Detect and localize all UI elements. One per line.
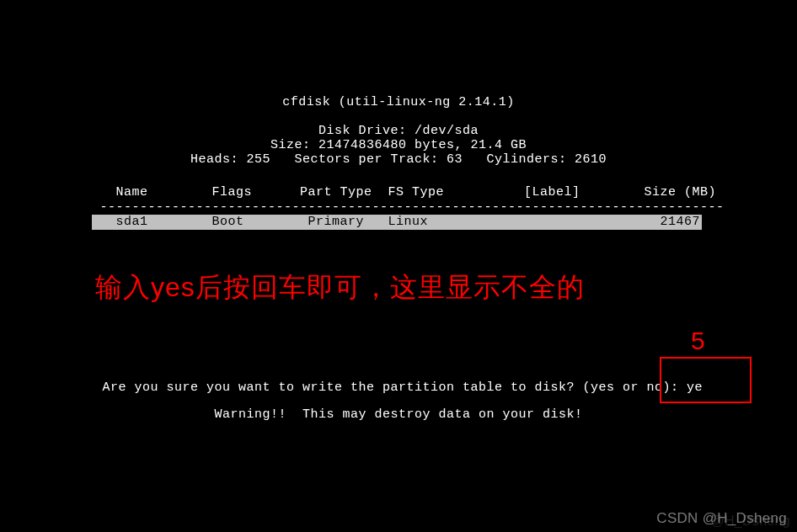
watermark-text: CSDN @H_Dsheng (656, 510, 787, 527)
program-title: cfdisk (util-linux-ng 2.14.1) (0, 95, 797, 109)
cfdisk-header: cfdisk (util-linux-ng 2.14.1) Disk Drive… (0, 95, 797, 167)
cfdisk-terminal: cfdisk (util-linux-ng 2.14.1) Disk Drive… (0, 0, 797, 532)
annotation-text: 输入yes后按回车即可，这里显示不全的 (95, 269, 585, 306)
warning-text: Warning!! This may destroy data on your … (0, 407, 797, 422)
divider-line: ----------------------------------------… (0, 200, 797, 215)
annotation-step-number: 5 (691, 327, 705, 355)
column-headers: Name Flags Part Type FS Type [Label] Siz… (0, 185, 797, 200)
geometry-line: Heads: 255 Sectors per Track: 63 Cylinde… (0, 152, 797, 167)
disk-drive-line: Disk Drive: /dev/sda (0, 124, 797, 138)
annotation-highlight-box (660, 357, 752, 403)
partition-row-selected[interactable]: sda1 Boot Primary Linux 21467.99 (92, 215, 702, 230)
disk-size-line: Size: 21474836480 bytes, 21.4 GB (0, 138, 797, 152)
